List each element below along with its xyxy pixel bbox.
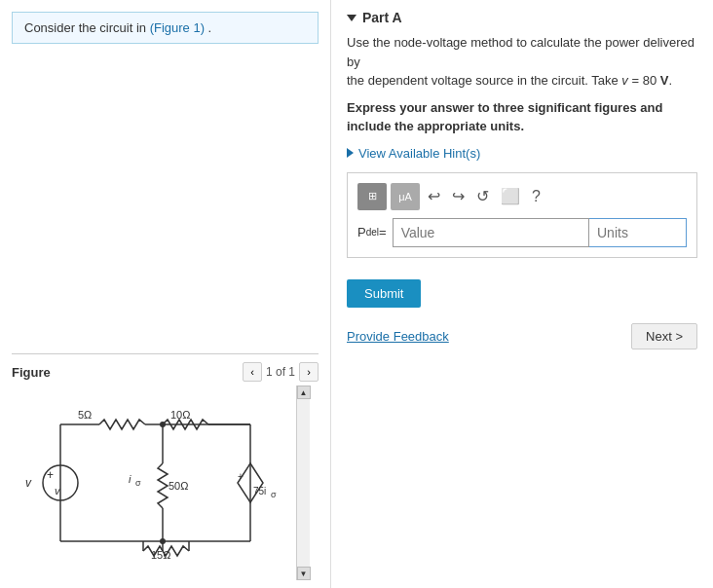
scroll-track: ▲ ▼ <box>296 386 310 580</box>
view-hints[interactable]: View Available Hint(s) <box>347 146 697 161</box>
svg-text:50Ω: 50Ω <box>169 480 188 492</box>
grid-icon: ⊞ <box>368 190 377 202</box>
units-input[interactable] <box>589 218 687 247</box>
left-panel: Consider the circuit in (Figure 1) . Fig… <box>0 0 331 588</box>
desc-line2: the dependent voltage source in the circ… <box>347 73 621 88</box>
feedback-link[interactable]: Provide Feedback <box>347 329 449 344</box>
svg-text:75i: 75i <box>253 486 266 496</box>
p-symbol: P <box>357 225 366 239</box>
bottom-row: Provide Feedback Next > <box>347 323 697 349</box>
toolbar: ⊞ μA ↩ ↪ ↺ ⬜ ? <box>357 183 687 210</box>
keyboard-icon: ⬜ <box>501 188 520 204</box>
figure-link[interactable]: (Figure 1) <box>150 20 205 35</box>
circuit-diagram: + v 5Ω 10Ω i <box>12 386 296 580</box>
svg-text:5Ω: 5Ω <box>78 409 92 421</box>
help-icon: ? <box>532 188 541 204</box>
svg-text:i: i <box>129 473 131 485</box>
next-button[interactable]: Next > <box>631 323 697 349</box>
tool-unit-button[interactable]: μA <box>391 183 420 210</box>
undo-button[interactable]: ↩ <box>424 185 444 207</box>
figure-title: Figure <box>12 365 51 380</box>
keyboard-button[interactable]: ⬜ <box>497 185 524 207</box>
express-answer: Express your answer to three significant… <box>347 98 697 136</box>
answer-label: Pdel = <box>357 218 387 247</box>
svg-text:σ: σ <box>271 490 277 499</box>
redo-icon: ↪ <box>452 188 465 204</box>
scroll-up-button[interactable]: ▲ <box>297 386 311 399</box>
figure-nav: ‹ 1 of 1 › <box>243 362 319 382</box>
part-collapse-icon[interactable] <box>347 15 356 21</box>
svg-text:+: + <box>238 471 244 482</box>
svg-text:σ: σ <box>135 478 141 488</box>
v-unit: V <box>660 73 669 88</box>
tool-grid-button[interactable]: ⊞ <box>357 183 387 210</box>
svg-text:v: v <box>25 476 32 490</box>
undo-icon: ↩ <box>428 188 440 204</box>
next-figure-button[interactable]: › <box>299 362 319 382</box>
figure-header: Figure ‹ 1 of 1 › <box>12 353 319 386</box>
answer-row: Pdel = <box>357 218 687 247</box>
figure-area: Figure ‹ 1 of 1 › <box>0 44 330 588</box>
value-input[interactable] <box>393 218 589 247</box>
redo-button[interactable]: ↪ <box>448 185 469 207</box>
part-header: Part A <box>347 0 697 33</box>
circuit-svg: + v 5Ω 10Ω i <box>12 386 296 580</box>
circuit-area: + v 5Ω 10Ω i <box>12 386 319 580</box>
consider-text: Consider the circuit in <box>24 20 150 35</box>
reset-icon: ↺ <box>476 188 489 204</box>
unit-label: μA <box>398 191 412 202</box>
figure-page: 1 of 1 <box>266 365 295 379</box>
part-description: Use the node-voltage method to calculate… <box>347 33 697 91</box>
equals-val: = 80 <box>628 73 660 88</box>
svg-text:+: + <box>47 468 54 482</box>
answer-box: ⊞ μA ↩ ↪ ↺ ⬜ ? Pdel = <box>347 172 697 258</box>
equals-sign: = <box>379 225 387 239</box>
hint-arrow-icon <box>347 148 354 158</box>
part-label: Part A <box>362 10 402 25</box>
desc-line1: Use the node-voltage method to calculate… <box>347 35 694 69</box>
help-button[interactable]: ? <box>528 186 544 207</box>
prev-figure-button[interactable]: ‹ <box>243 362 262 382</box>
submit-button[interactable]: Submit <box>347 279 421 308</box>
consider-box: Consider the circuit in (Figure 1) . <box>12 12 319 44</box>
svg-text:10Ω: 10Ω <box>170 409 190 421</box>
scroll-down-button[interactable]: ▼ <box>297 567 311 580</box>
reset-button[interactable]: ↺ <box>472 185 493 207</box>
hints-label: View Available Hint(s) <box>358 146 480 161</box>
right-panel: Part A Use the node-voltage method to ca… <box>331 0 713 588</box>
del-subscript: del <box>366 227 379 238</box>
